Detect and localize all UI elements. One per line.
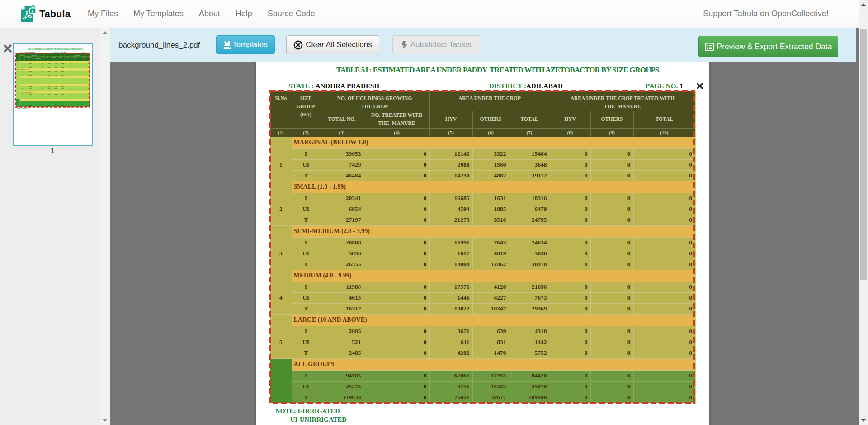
table-cell: 0	[550, 392, 590, 403]
table-cell: 4594	[429, 204, 472, 215]
sidebar-scroll-down-icon[interactable]	[103, 419, 107, 422]
table-cell: 0	[550, 259, 590, 270]
table-cell: 26555	[320, 259, 364, 270]
scroll-down-icon[interactable]	[861, 419, 866, 422]
scrollbar-thumb[interactable]	[860, 29, 867, 280]
lightning-bolt-icon	[401, 41, 408, 49]
table-cell: 7429	[320, 159, 364, 170]
table-cell: 0	[633, 215, 695, 225]
header-colnum-5: (6)	[472, 128, 509, 137]
selection-close-icon[interactable]	[697, 83, 703, 89]
header-group-cell-1: AREA UNDER THE CROP	[429, 91, 550, 111]
table-row-label: UI	[292, 204, 320, 215]
nav-item-source-code[interactable]: Source Code	[260, 9, 323, 19]
pdf-district-label: DISTRICT :	[489, 82, 526, 90]
table-cell: 0	[590, 215, 633, 225]
table-cell: 0	[550, 326, 590, 337]
table-row-label: UI	[292, 159, 320, 170]
table-cell: 611	[429, 337, 472, 348]
nav-item-my-files[interactable]: My Files	[80, 9, 126, 19]
sidebar-scroll-up-icon[interactable]	[103, 31, 107, 34]
tabula-logo-icon	[21, 5, 36, 23]
table-cell: 0	[550, 148, 590, 159]
table-cell: 0	[590, 303, 633, 314]
table-cell: 1442	[509, 337, 550, 348]
main-area: INPUT SURVEY, 2006-07 TABLE 5J : ESTIMAT…	[110, 28, 859, 425]
table-cell: 21696	[509, 282, 550, 292]
table-cell: 0	[550, 237, 590, 248]
table-cell: 25275	[320, 381, 364, 392]
tabula-logo[interactable]	[21, 5, 36, 23]
table-right-edge-line	[695, 91, 696, 404]
thumbnail-page-number: 1	[13, 147, 93, 155]
sidebar-scrollbar[interactable]	[100, 28, 110, 425]
table-cell: 0	[590, 237, 633, 248]
table-row: T24850428214705752000	[270, 348, 695, 358]
table-slno-cell: 5	[270, 314, 292, 358]
pdf-state: STATE : ANDHRA PRADESH	[288, 82, 379, 90]
table-cell: 119033	[320, 392, 364, 403]
pdf-data-table: Sl.NoSIZE GROUP (HA)NO. OF HOLDINGS GROW…	[270, 91, 695, 403]
pdf-note-1: NOTE: I-IRRIGATED	[275, 407, 340, 415]
table-cell: 0	[364, 159, 429, 170]
table-cell: 0	[633, 326, 695, 337]
pdf-page-no: PAGE NO. 1	[646, 82, 683, 90]
templates-button[interactable]: Templates	[216, 35, 275, 54]
table-row: UI58560101748195836000	[270, 248, 695, 259]
clear-all-selections-button[interactable]: Clear All Selections	[286, 35, 379, 54]
table-cell: 25078	[509, 381, 550, 392]
table-row-label: T	[292, 215, 320, 225]
table-cell: 16312	[320, 303, 364, 314]
table-cell: 16685	[429, 193, 472, 204]
table-cell: 10347	[472, 303, 509, 314]
table-cell: 0	[590, 170, 633, 181]
table-row: T46484014230488219112000	[270, 170, 695, 181]
support-link[interactable]: Support Tabula on OpenCollective!	[703, 0, 829, 28]
table-group-band: SMALL (1.0 - 1.99)	[292, 181, 695, 193]
table-cell: 0	[633, 303, 695, 314]
table-cell: 39053	[320, 148, 364, 159]
table-cell: 6479	[509, 204, 550, 215]
table-cell: 94185	[320, 370, 364, 381]
table-group-band: SEMI-MEDIUM (2.0 - 3.99)	[292, 225, 695, 237]
window-scrollbar[interactable]	[859, 0, 868, 425]
page-thumbnail[interactable]: INPUT SURVEY, 2006-07 TABLE 5J : ESTIMAT…	[13, 43, 93, 146]
table-cell: 2088	[429, 159, 472, 170]
table-row: I11986017576412021696000	[270, 282, 695, 292]
table-cell: 0	[364, 193, 429, 204]
table-group-band: MEDIUM (4.0 - 9.99)	[292, 270, 695, 282]
table-row: T265550180081246230470000	[270, 259, 695, 270]
autodetect-tables-button[interactable]: Autodetect Tables	[392, 35, 480, 54]
table-cell: 5752	[509, 348, 550, 358]
pdf-viewer: INPUT SURVEY, 2006-07 TABLE 5J : ESTIMAT…	[110, 28, 859, 425]
thumbnail-close-icon[interactable]	[3, 44, 12, 53]
header-cell-slno: Sl.No	[270, 91, 292, 128]
header-colnum-3: (4)	[364, 128, 429, 137]
table-row: UI68540459418856479000	[270, 204, 695, 215]
preview-export-button[interactable]: Preview & Export Extracted Data	[698, 36, 838, 57]
table-cell: 0	[364, 237, 429, 248]
table-cell: 0	[633, 370, 695, 381]
table-cell: 7643	[472, 237, 509, 248]
table-cell: 0	[590, 292, 633, 303]
nav-item-help[interactable]: Help	[228, 9, 260, 19]
table-row: UI46150144662277673000	[270, 292, 695, 303]
scroll-up-icon[interactable]	[861, 3, 866, 6]
nav-item-about[interactable]: About	[191, 9, 228, 19]
table-row: I20800016991764324634000	[270, 237, 695, 248]
table-row: I20341016685163118316000	[270, 193, 695, 204]
header-subcell-7: TOTAL	[633, 111, 695, 128]
table-cell: 2485	[320, 348, 364, 358]
table-cell: 3648	[509, 159, 550, 170]
table-cell: 7673	[509, 292, 550, 303]
table-cell: 0	[590, 348, 633, 358]
table-slno-cell	[270, 358, 292, 403]
table-cell: 27197	[320, 215, 364, 225]
table-cell: 0	[633, 170, 695, 181]
nav-item-my-templates[interactable]: My Templates	[126, 9, 191, 19]
pdf-note-2: UI-UNIRRIGATED	[290, 416, 347, 424]
table-cell: 20800	[320, 237, 364, 248]
table-cell: 0	[590, 259, 633, 270]
table-cell: 0	[550, 248, 590, 259]
brand-title[interactable]: Tabula	[39, 0, 71, 28]
